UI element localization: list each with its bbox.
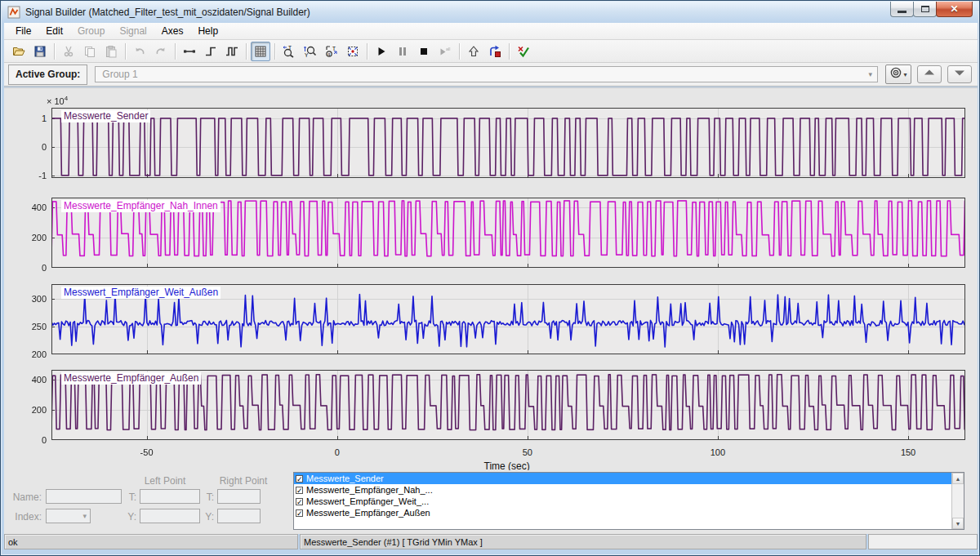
minimize-button[interactable] [890, 2, 914, 17]
scale-base: × 10 [47, 96, 65, 106]
menu-item-file[interactable]: File [8, 23, 38, 39]
goto-model-icon [488, 45, 501, 58]
x-tick-label: 150 [890, 447, 926, 457]
list-scrollbar[interactable]: ▲ ▼ [951, 473, 964, 529]
menu-item-edit[interactable]: Edit [38, 23, 70, 39]
x-tick-label: -50 [129, 447, 165, 457]
group-options-button[interactable]: ▾ [885, 64, 911, 84]
plot-panel: Messwerte_Sender10-1× 104Messwerte_Empfä… [4, 87, 978, 470]
signal-list-label: Messwerte_Empfänger_Außen [306, 508, 430, 518]
right-t-field[interactable] [217, 489, 261, 504]
menu-item-help[interactable]: Help [190, 23, 225, 39]
right-y-label: Y: [203, 511, 214, 523]
undo-button[interactable] [130, 42, 149, 61]
move-up-icon [923, 66, 936, 82]
name-field[interactable] [46, 489, 122, 504]
maximize-button[interactable] [913, 2, 937, 17]
cut-icon [62, 45, 75, 58]
y-tick-label: 0 [7, 435, 47, 445]
signal-builder-window: Signal Builder (Matched_Filter_test_mit_… [0, 0, 980, 556]
y-tick-label: 250 [7, 322, 47, 331]
pulse-tool-button[interactable] [222, 42, 242, 61]
chevron-down-icon: ▾ [82, 512, 87, 520]
signal-list-item[interactable]: ✓Messwerte_Empfänger_Außen [294, 507, 951, 518]
y-tick-label: 200 [7, 233, 47, 242]
menu-item-signal[interactable]: Signal [112, 23, 154, 39]
paste-button[interactable] [101, 42, 121, 61]
snap-grid-button[interactable] [251, 42, 270, 61]
signal-list-item[interactable]: ✓Messwert_Empfänger_Weit_... [294, 496, 951, 507]
signal-label: Messwerte_Empfänger_Nah_Innen [61, 200, 220, 212]
zoom-y-button[interactable]: Y [301, 42, 320, 61]
index-select[interactable]: ▾ [46, 509, 91, 523]
toolbar-separator [459, 43, 460, 60]
stop-icon [417, 45, 430, 58]
fit-view-button[interactable] [343, 42, 363, 61]
signal-checkbox[interactable]: ✓ [296, 487, 303, 494]
zoom-time-button[interactable]: T [279, 42, 299, 61]
close-button[interactable]: ✕ [936, 2, 973, 17]
signal-checkbox[interactable]: ✓ [296, 509, 303, 517]
left-t-field[interactable] [140, 489, 200, 504]
signal-list-item[interactable]: ✓Messwerte_Sender [294, 473, 951, 484]
point-edit-panel: Left Point Right Point Name: T: T: Index… [4, 470, 978, 534]
save-icon [33, 45, 47, 58]
scroll-up-button[interactable]: ▲ [952, 473, 964, 484]
scroll-down-button[interactable]: ▼ [952, 518, 964, 529]
active-group-label: Active Group: [8, 64, 87, 85]
y-tick-label: 200 [7, 349, 47, 359]
left-y-field[interactable] [140, 509, 200, 523]
signal-checkbox[interactable]: ✓ [296, 498, 303, 505]
menu-item-group[interactable]: Group [70, 23, 112, 39]
y-tick-label: 200 [7, 405, 47, 415]
signal-listbox: ✓Messwerte_Sender✓Messwerte_Empfänger_Na… [293, 472, 964, 530]
copy-button[interactable] [80, 42, 100, 61]
right-y-field[interactable] [217, 509, 261, 523]
redo-icon [154, 45, 167, 58]
play-icon [375, 45, 388, 58]
constant-tool-button[interactable] [180, 42, 199, 61]
y-tick-label: 300 [7, 294, 47, 304]
pause-simulation-button[interactable] [393, 42, 412, 61]
play-all-icon: all [439, 45, 452, 58]
move-group-up-button[interactable] [917, 65, 942, 83]
zoom-xy-button[interactable]: Tq [322, 42, 341, 61]
zoom-y-icon: Y [304, 45, 317, 58]
triangle-down-icon: ▼ [956, 521, 961, 527]
open-button[interactable] [9, 42, 29, 61]
close-icon: ✕ [950, 4, 958, 14]
up-to-parent-button[interactable] [464, 42, 483, 61]
line-segment-icon [183, 45, 196, 58]
x-tick-label: 0 [319, 447, 355, 457]
triangle-up-icon: ▲ [956, 476, 961, 482]
gear-icon [889, 66, 902, 82]
menu-bar: FileEditGroupSignalAxesHelp [4, 23, 978, 40]
fit-view-icon [346, 45, 359, 58]
window-title: Signal Builder (Matched_Filter_test_mit_… [25, 7, 310, 18]
signal-plot-canvas-1[interactable] [51, 108, 965, 178]
status-extra [868, 534, 978, 549]
signal-axes-2: Messwerte_Empfänger_Nah_Innen [51, 198, 965, 268]
move-group-down-button[interactable] [947, 65, 972, 83]
signal-list-label: Messwerte_Empfänger_Nah_... [306, 485, 433, 495]
active-group-combobox[interactable]: Group 1 ▾ [95, 66, 878, 82]
toolbar-separator [175, 43, 176, 60]
goto-model-button[interactable] [485, 42, 505, 61]
signal-list-item[interactable]: ✓Messwerte_Empfänger_Nah_... [294, 484, 951, 496]
right-t-label: T: [203, 492, 214, 503]
toolbar-separator [367, 43, 368, 60]
title-bar[interactable]: Signal Builder (Matched_Filter_test_mit_… [2, 2, 978, 23]
export-button[interactable] [514, 42, 533, 61]
undo-icon [133, 45, 146, 58]
status-selection-info: Messwerte_Sender (#1) [ TGrid YMin YMax … [300, 534, 866, 549]
start-simulation-button[interactable] [372, 42, 391, 61]
cut-button[interactable] [59, 42, 78, 61]
save-button[interactable] [30, 42, 50, 61]
signal-list-label: Messwert_Empfänger_Weit_... [306, 496, 429, 506]
stop-simulation-button[interactable] [414, 42, 434, 61]
redo-button[interactable] [151, 42, 171, 61]
run-all-button[interactable]: all [435, 42, 455, 61]
signal-checkbox[interactable]: ✓ [296, 475, 303, 483]
menu-item-axes[interactable]: Axes [154, 23, 191, 39]
step-tool-button[interactable] [201, 42, 220, 61]
